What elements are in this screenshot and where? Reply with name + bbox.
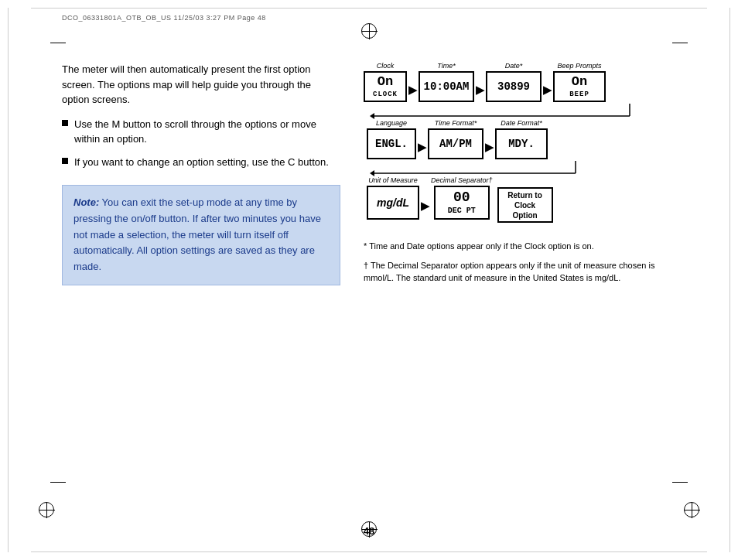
date-format-display: MDY. <box>495 128 548 159</box>
clock-cell: Clock On CLOCK <box>364 62 407 102</box>
trim-bottom <box>31 551 707 552</box>
decimal-sep-cell: Decimal Separator† 00 DEC PT <box>431 176 493 220</box>
clock-label: Clock <box>377 62 395 70</box>
time-label: Time* <box>437 62 455 70</box>
decimal-sep-top: 00 <box>453 190 470 204</box>
note-text: You can exit the set-up mode at any time… <box>73 196 321 272</box>
margin-left-top <box>50 43 66 43</box>
time-text: 10:00AM <box>424 80 470 93</box>
connector-1 <box>367 102 676 119</box>
unit-measure-text: mg/dL <box>377 196 409 209</box>
left-column: The meter will then automatically presen… <box>62 62 340 506</box>
language-label: Language <box>376 119 407 127</box>
language-text: ENGL. <box>375 138 408 150</box>
header-text: DCO_06331801A_OTB_OB_US 11/25/03 3:27 PM… <box>62 14 266 22</box>
clock-display: On CLOCK <box>364 71 407 102</box>
beep-cell: Beep Prompts On BEEP <box>553 62 606 102</box>
bullet-text-1: Use the M button to scroll through the o… <box>74 117 340 147</box>
trim-right <box>729 8 730 552</box>
language-cell: Language ENGL. <box>367 119 416 159</box>
date-format-text: MDY. <box>508 138 535 150</box>
clock-sub-text: CLOCK <box>373 90 398 98</box>
arrow-5: ▶ <box>485 141 494 153</box>
connector-2 <box>367 159 676 176</box>
date-format-label: Date Format* <box>501 119 542 127</box>
time-format-text: AM/PM <box>439 138 472 150</box>
clock-on-text: On <box>378 75 393 88</box>
time-format-label: Time Format* <box>435 119 477 127</box>
beep-label: Beep Prompts <box>557 62 601 70</box>
bullet-text-2: If you want to change an option setting,… <box>74 155 329 170</box>
arrow-3: ▶ <box>543 84 552 96</box>
time-format-display: AM/PM <box>428 128 483 159</box>
intro-paragraph: The meter will then automatically presen… <box>62 62 340 108</box>
footnotes: * Time and Date options appear only if t… <box>364 240 676 291</box>
return-clock-btn[interactable]: Return to Clock Option <box>497 187 553 223</box>
trim-top <box>31 8 707 9</box>
note-label: Note: <box>73 196 99 208</box>
beep-sub-text: BEEP <box>569 90 589 98</box>
note-box: Note: You can exit the set-up mode at an… <box>62 185 340 285</box>
bullet-item-2: If you want to change an option setting,… <box>62 155 340 170</box>
arrow-1: ▶ <box>408 84 417 96</box>
connector-svg-2 <box>367 159 583 176</box>
date-cell: Date* 30899 <box>486 62 542 102</box>
time-display: 10:00AM <box>419 71 474 102</box>
arrow-4: ▶ <box>418 141 426 153</box>
arrow-6: ▶ <box>421 200 429 212</box>
main-content: The meter will then automatically presen… <box>62 62 676 506</box>
decimal-sep-label: Decimal Separator† <box>431 176 493 184</box>
footnote-2: † The Decimal Separator option appears o… <box>364 259 676 285</box>
unit-measure-display: mg/dL <box>367 186 419 220</box>
right-column: Clock On CLOCK ▶ Time* 10:00AM ▶ <box>364 62 676 506</box>
footnote-1: * Time and Date options appear only if t… <box>364 240 676 253</box>
arrow-2: ▶ <box>476 84 484 96</box>
date-display: 30899 <box>486 71 542 102</box>
arrow-polygon-2 <box>370 170 374 176</box>
date-format-cell: Date Format* MDY. <box>495 119 548 159</box>
connector-svg-1 <box>367 102 637 119</box>
reg-mark-top-center <box>361 23 377 39</box>
beep-display: On BEEP <box>553 71 606 102</box>
language-display: ENGL. <box>367 128 416 159</box>
bullet-icon-2 <box>62 158 68 164</box>
decimal-sep-display: 00 DEC PT <box>434 186 490 220</box>
reg-mark-bottom-right <box>684 502 699 517</box>
options-diagram: Clock On CLOCK ▶ Time* 10:00AM ▶ <box>364 62 676 223</box>
beep-on-text: On <box>572 75 587 88</box>
margin-right-top <box>672 43 688 43</box>
unit-measure-label: Unit of Measure <box>368 176 418 184</box>
arrow-polygon-1 <box>370 113 374 119</box>
date-text: 30899 <box>497 80 530 93</box>
trim-left <box>8 8 9 552</box>
time-format-cell: Time Format* AM/PM <box>428 119 483 159</box>
decimal-sep-bottom: DEC PT <box>448 207 476 215</box>
bullet-item-1: Use the M button to scroll through the o… <box>62 117 340 147</box>
reg-mark-bottom-left <box>39 502 54 517</box>
return-clock-text: Return to Clock Option <box>504 190 547 220</box>
bullet-icon-1 <box>62 120 68 126</box>
bullet-list: Use the M button to scroll through the o… <box>62 117 340 170</box>
unit-measure-cell: Unit of Measure mg/dL <box>367 176 419 220</box>
date-label: Date* <box>505 62 523 70</box>
page-number: 48 <box>364 525 374 537</box>
time-cell: Time* 10:00AM <box>419 62 474 102</box>
